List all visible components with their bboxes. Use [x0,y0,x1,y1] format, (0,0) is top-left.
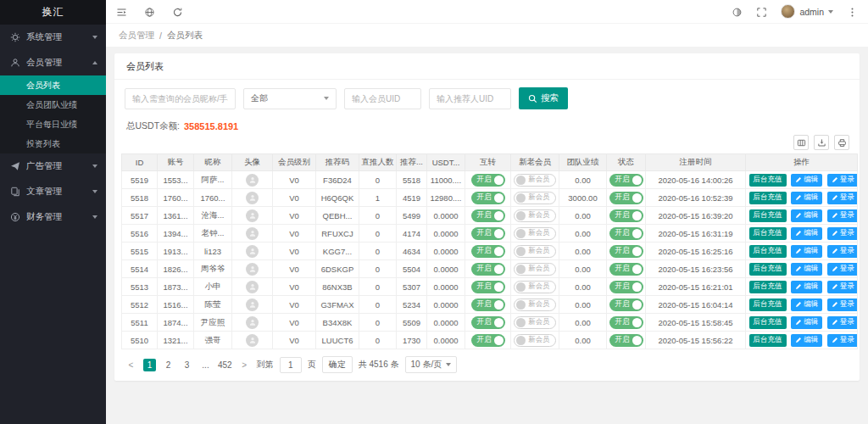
sidebar-item-finance[interactable]: 财务管理 [0,204,106,230]
status-toggle[interactable]: 开启 [609,245,643,258]
login-as-button[interactable]: 登录 [827,298,858,311]
login-as-button[interactable]: 登录 [827,316,858,329]
page-size-select[interactable]: 10 条/页 [405,356,458,373]
person-icon [248,336,257,344]
new-member-toggle[interactable]: 新会员 [514,334,556,347]
backend-recharge-button[interactable]: 后台充值 [749,245,787,258]
page-button[interactable]: 3 [181,359,193,371]
new-member-toggle[interactable]: 新会员 [514,316,556,329]
fullscreen-icon[interactable] [756,6,767,17]
new-member-toggle[interactable]: 新会员 [514,192,556,204]
sidebar-item-platform-daily-performance[interactable]: 平台每日业绩 [0,114,106,134]
page-button[interactable]: 452 [218,359,232,371]
theme-icon[interactable] [732,6,743,17]
login-as-button[interactable]: 登录 [827,192,858,204]
goto-label: 到第 [257,359,274,371]
transfer-toggle[interactable]: 开启 [471,334,505,347]
transfer-toggle[interactable]: 开启 [471,316,505,329]
new-member-toggle[interactable]: 新会员 [514,174,556,187]
member-uid-input[interactable] [344,88,421,109]
status-toggle[interactable]: 开启 [609,281,643,293]
print-icon[interactable] [834,135,849,150]
export-icon[interactable] [814,135,829,150]
login-as-button[interactable]: 登录 [827,245,858,258]
transfer-toggle[interactable]: 开启 [471,281,505,293]
page-button[interactable]: 2 [162,359,175,371]
new-member-toggle[interactable]: 新会员 [514,263,556,276]
sidebar-item-member-team-performance[interactable]: 会员团队业绩 [0,95,106,114]
sidebar-item-members[interactable]: 会员管理 [0,50,106,75]
page-prev-icon[interactable]: < [125,359,137,371]
edit-button[interactable]: 编辑 [791,227,822,240]
breadcrumb-parent[interactable]: 会员管理 [119,30,154,42]
more-menu-icon[interactable] [847,6,858,17]
sidebar-item-ads[interactable]: 广告管理 [0,153,106,179]
status-toggle[interactable]: 开启 [609,209,643,222]
login-as-button[interactable]: 登录 [827,174,858,187]
sidebar-item-articles[interactable]: 文章管理 [0,179,106,204]
status-toggle[interactable]: 开启 [609,316,643,329]
backend-recharge-button[interactable]: 后台充值 [749,298,787,311]
cell-transfer: 开启 [465,278,511,296]
page-next-icon[interactable]: > [238,359,251,371]
page-button[interactable]: 1 [143,359,156,371]
transfer-toggle[interactable]: 开启 [471,298,505,311]
edit-button[interactable]: 编辑 [791,298,822,311]
backend-recharge-button[interactable]: 后台充值 [749,334,787,347]
new-member-toggle[interactable]: 新会员 [514,227,556,240]
new-member-toggle[interactable]: 新会员 [514,209,556,222]
search-button[interactable]: 搜索 [519,87,568,109]
user-menu[interactable]: admin [781,4,833,19]
edit-button[interactable]: 编辑 [791,316,822,329]
transfer-toggle[interactable]: 开启 [471,263,505,276]
backend-recharge-button[interactable]: 后台充值 [749,174,787,187]
status-toggle[interactable]: 开启 [609,227,643,240]
goto-confirm-button[interactable]: 确定 [322,356,353,373]
login-as-button[interactable]: 登录 [827,227,858,240]
edit-button[interactable]: 编辑 [791,174,822,187]
cell-level: V0 [273,260,316,278]
new-member-toggle[interactable]: 新会员 [514,281,556,293]
edit-button[interactable]: 编辑 [791,281,822,293]
collapse-menu-icon[interactable] [116,6,127,17]
backend-recharge-button[interactable]: 后台充值 [749,263,787,276]
goto-page-input[interactable] [280,357,302,373]
backend-recharge-button[interactable]: 后台充值 [749,209,787,222]
cell-level: V0 [273,314,316,332]
transfer-toggle[interactable]: 开启 [471,245,505,258]
new-member-toggle[interactable]: 新会员 [514,245,556,258]
backend-recharge-button[interactable]: 后台充值 [749,281,787,293]
edit-button[interactable]: 编辑 [791,334,822,347]
backend-recharge-button[interactable]: 后台充值 [749,227,787,240]
login-as-button[interactable]: 登录 [827,209,858,222]
sidebar-item-investment-list[interactable]: 投资列表 [0,134,106,153]
filter-columns-icon[interactable] [793,135,809,150]
table-row: 5514 1826... 周爷爷 V0 6DSKGP 0 5504 0.0000… [122,260,858,278]
edit-button[interactable]: 编辑 [791,245,822,258]
edit-button[interactable]: 编辑 [791,209,822,222]
backend-recharge-button[interactable]: 后台充值 [749,192,787,204]
sidebar-item-system[interactable]: 系统管理 [0,25,106,50]
transfer-toggle[interactable]: 开启 [471,227,505,240]
refresh-icon[interactable] [172,6,183,17]
website-globe-icon[interactable] [144,6,155,17]
sidebar-item-member-list[interactable]: 会员列表 [0,75,106,95]
edit-button[interactable]: 编辑 [791,263,822,276]
new-member-toggle[interactable]: 新会员 [514,298,556,311]
status-toggle[interactable]: 开启 [609,174,643,187]
transfer-toggle[interactable]: 开启 [471,209,505,222]
login-as-button[interactable]: 登录 [827,263,858,276]
status-toggle[interactable]: 开启 [609,334,643,347]
referrer-uid-input[interactable] [429,88,511,109]
status-toggle[interactable]: 开启 [609,263,643,276]
status-toggle[interactable]: 开启 [609,298,643,311]
transfer-toggle[interactable]: 开启 [471,174,505,187]
backend-recharge-button[interactable]: 后台充值 [749,316,787,329]
login-as-button[interactable]: 登录 [827,281,858,293]
keyword-input[interactable] [125,88,236,109]
status-toggle[interactable]: 开启 [609,192,643,204]
type-select[interactable]: 全部 [243,88,337,109]
login-as-button[interactable]: 登录 [827,334,858,347]
transfer-toggle[interactable]: 开启 [471,192,505,204]
edit-button[interactable]: 编辑 [791,192,822,204]
